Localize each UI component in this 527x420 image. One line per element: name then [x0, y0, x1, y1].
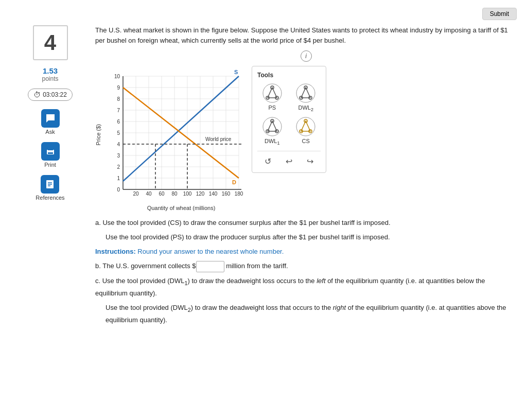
answer-section: a. Use the tool provided (CS) to draw th…	[95, 217, 517, 326]
instructions-label: Instructions:	[95, 248, 136, 255]
submit-button[interactable]: Submit	[482, 8, 517, 20]
timer-icon: ⏱	[33, 91, 41, 99]
tool-dwl1[interactable]: DWL1	[257, 116, 287, 146]
svg-rect-2	[48, 152, 53, 154]
top-bar: Submit	[10, 5, 517, 23]
svg-text:4: 4	[117, 142, 120, 147]
question-number-box: 4	[33, 25, 68, 60]
main-content: The U.S. wheat market is shown in the fi…	[90, 25, 517, 329]
chat-icon	[45, 113, 56, 124]
references-label: References	[36, 195, 64, 201]
svg-text:40: 40	[146, 191, 152, 197]
svg-text:2: 2	[117, 164, 120, 170]
svg-text:100: 100	[183, 191, 192, 197]
svg-text:6: 6	[117, 119, 120, 125]
tools-controls: ↺ ↩ ↪	[257, 151, 321, 167]
svg-text:World price: World price	[205, 136, 232, 142]
ask-action[interactable]: Ask	[41, 109, 60, 135]
svg-text:7: 7	[117, 108, 120, 113]
part-a2: Use the tool provided (PS) to draw the p…	[106, 232, 517, 243]
question-number: 4	[44, 30, 56, 55]
sidebar: 4 1.53 points ⏱ 03:03:22 Ask	[10, 25, 90, 329]
references-icon-box	[41, 175, 59, 194]
print-icon-box	[41, 142, 60, 161]
tool-dwl2-label: DWL2	[298, 104, 313, 112]
svg-text:1: 1	[117, 176, 120, 181]
ask-icon-box	[41, 109, 60, 128]
part-c-italic: left	[317, 277, 325, 285]
instructions-line: Instructions: Round your answer to the n…	[95, 246, 517, 257]
svg-text:160: 160	[222, 191, 231, 197]
svg-text:S: S	[234, 69, 238, 75]
part-c: c. Use the tool provided (DWL1) to draw …	[95, 275, 517, 299]
dwl2-triangle-icon	[296, 83, 315, 103]
part-b-suffix: million from the tariff.	[224, 262, 288, 270]
points-value: 1.53	[42, 66, 58, 75]
undo-button[interactable]: ↩	[283, 155, 295, 167]
part-b-input[interactable]	[196, 261, 224, 272]
main-row: 4 1.53 points ⏱ 03:03:22 Ask	[10, 25, 517, 329]
svg-line-48	[123, 76, 239, 181]
tool-dwl1-icon	[262, 116, 283, 137]
tools-title: Tools	[257, 72, 321, 79]
page-container: Submit 4 1.53 points ⏱ 03:03:22	[0, 0, 527, 334]
y-axis-label: Price ($)	[95, 124, 101, 146]
tool-ps-label: PS	[268, 104, 276, 111]
part-c2: Use the tool provided (DWL2) to draw the…	[106, 302, 517, 326]
svg-text:140: 140	[209, 191, 218, 197]
tool-cs[interactable]: CS	[291, 116, 321, 146]
ps-triangle-icon	[262, 83, 282, 103]
svg-text:60: 60	[159, 191, 165, 197]
part-b: b. The U.S. government collects $ millio…	[95, 260, 517, 272]
tool-dwl2[interactable]: DWL2	[291, 83, 321, 112]
svg-text:3: 3	[117, 153, 120, 159]
part-a: a. Use the tool provided (CS) to draw th…	[95, 217, 517, 229]
x-axis-label: Quantity of wheat (millions)	[116, 205, 247, 211]
tools-grid: PS	[257, 83, 321, 146]
tool-dwl1-label: DWL1	[265, 138, 279, 146]
tool-dwl2-icon	[295, 83, 316, 103]
chart-svg[interactable]: 0 1 2 3 4 5 6 7 8 9 10	[102, 66, 247, 202]
svg-text:9: 9	[117, 85, 120, 91]
chart-tools-row: Price ($)	[95, 66, 517, 211]
svg-text:120: 120	[196, 191, 205, 197]
points-label: points	[42, 75, 58, 82]
info-icon-row: i	[95, 50, 517, 62]
part-b-prefix: b. The U.S. government collects $	[95, 262, 196, 270]
cs-triangle-icon	[296, 117, 315, 136]
tool-ps[interactable]: PS	[257, 83, 287, 112]
ask-label: Ask	[45, 129, 55, 135]
chart-area: Price ($)	[95, 66, 247, 211]
references-action[interactable]: References	[36, 175, 64, 201]
print-action[interactable]: Print	[41, 142, 60, 168]
chart-wrapper: Price ($)	[95, 66, 247, 204]
print-icon	[45, 146, 56, 156]
references-icon	[45, 179, 55, 189]
svg-text:0: 0	[117, 187, 120, 192]
svg-text:D: D	[232, 179, 236, 185]
svg-text:10: 10	[114, 74, 120, 79]
tool-cs-label: CS	[302, 138, 310, 144]
info-icon[interactable]: i	[301, 50, 312, 62]
tool-cs-icon	[295, 116, 316, 137]
tools-panel: Tools	[252, 66, 326, 173]
svg-text:80: 80	[171, 191, 178, 197]
print-label: Print	[44, 162, 56, 168]
svg-text:5: 5	[117, 130, 120, 136]
svg-text:20: 20	[133, 191, 139, 197]
points-section: 1.53 points	[42, 66, 58, 82]
timer-value: 03:03:22	[43, 91, 67, 98]
tool-ps-icon	[262, 83, 283, 103]
svg-text:180: 180	[235, 191, 243, 197]
instructions-text: Round your answer to the nearest whole n…	[136, 248, 284, 255]
part-c2-italic: right	[333, 304, 346, 311]
redo-button[interactable]: ↪	[304, 155, 317, 167]
dwl1-triangle-icon	[262, 117, 282, 136]
timer-badge: ⏱ 03:03:22	[28, 89, 73, 101]
svg-rect-1	[48, 148, 53, 150]
question-text: The U.S. wheat market is shown in the fi…	[95, 25, 517, 45]
chart-svg-container: 0 1 2 3 4 5 6 7 8 9 10	[102, 66, 247, 204]
reset-button[interactable]: ↺	[261, 155, 274, 167]
svg-text:8: 8	[117, 96, 120, 102]
